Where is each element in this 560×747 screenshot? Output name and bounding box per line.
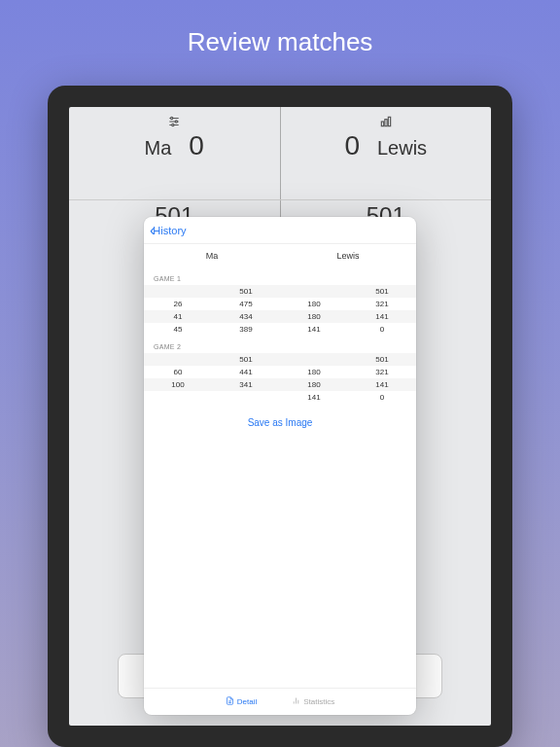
table-cell: 60	[144, 366, 212, 378]
table-cell: 141	[280, 323, 348, 336]
tab-detail-label: Detail	[237, 697, 257, 706]
modal-header-right: Lewis	[280, 251, 416, 261]
table-cell	[280, 353, 348, 366]
modal-header-row: Ma Lewis	[144, 244, 416, 267]
save-as-image-button[interactable]: Save as Image	[144, 404, 416, 442]
modal-header-left: Ma	[144, 251, 280, 261]
table-row: 60441180321	[144, 366, 416, 378]
table-cell: 180	[280, 366, 348, 378]
table-cell	[212, 391, 280, 404]
svg-rect-8	[388, 117, 390, 125]
table-cell: 501	[212, 353, 280, 366]
table-cell: 321	[348, 298, 416, 310]
modal-footer: Detail Statistics	[144, 688, 416, 715]
promo-title: Review matches	[0, 0, 560, 77]
svg-point-5	[172, 124, 174, 125]
table-cell: 434	[212, 310, 280, 323]
score-left-panel: Ma 0	[69, 107, 281, 199]
table-cell: 321	[348, 366, 416, 378]
table-cell	[144, 391, 212, 404]
table-row: 501501	[144, 285, 416, 298]
table-cell: 389	[212, 323, 280, 336]
table-cell: 26	[144, 298, 212, 310]
game-label: GAME 1	[144, 267, 416, 285]
modal-nav: ‹ History	[144, 217, 416, 244]
table-cell: 180	[280, 378, 348, 391]
table-cell: 141	[348, 378, 416, 391]
svg-point-4	[175, 121, 177, 123]
table-cell: 441	[212, 366, 280, 378]
table-cell: 41	[144, 310, 212, 323]
table-cell: 501	[348, 285, 416, 298]
table-cell: 501	[212, 285, 280, 298]
tab-stats-label: Statistics	[303, 697, 334, 706]
table-row: 26475180321	[144, 298, 416, 310]
table-cell: 475	[212, 298, 280, 310]
player-right-name: Lewis	[377, 137, 427, 160]
table-cell: 501	[348, 353, 416, 366]
table-cell: 180	[280, 298, 348, 310]
table-cell	[144, 353, 212, 366]
svg-rect-7	[385, 120, 387, 126]
tab-detail[interactable]: Detail	[226, 696, 257, 707]
game-label: GAME 2	[144, 336, 416, 353]
history-modal: ‹ History Ma Lewis GAME 1501501264751803…	[144, 217, 416, 715]
table-cell: 100	[144, 378, 212, 391]
svg-point-3	[171, 117, 173, 119]
games-container: GAME 15015012647518032141434180141453891…	[144, 267, 416, 404]
table-row: 453891410	[144, 323, 416, 336]
table-cell	[280, 285, 348, 298]
player-left-name: Ma	[145, 137, 172, 160]
table-cell: 141	[280, 391, 348, 404]
player-left-score: 0	[189, 130, 204, 161]
table-cell: 45	[144, 323, 212, 336]
tablet-screen: Ma 0 0 Lewis 501 501 0	[69, 107, 491, 726]
chart-icon	[292, 696, 300, 707]
table-row: 1410	[144, 391, 416, 404]
table-row: 41434180141	[144, 310, 416, 323]
score-right-panel: 0 Lewis	[281, 107, 492, 199]
score-header: Ma 0 0 Lewis	[69, 107, 491, 199]
table-row: 100341180141	[144, 378, 416, 391]
table-cell: 341	[212, 378, 280, 391]
table-cell: 180	[280, 310, 348, 323]
tablet-frame: Ma 0 0 Lewis 501 501 0	[48, 86, 512, 747]
table-row: 501501	[144, 353, 416, 366]
stats-icon[interactable]	[379, 115, 393, 128]
back-label: History	[153, 225, 186, 236]
table-cell	[144, 285, 212, 298]
table-cell: 141	[348, 310, 416, 323]
table-cell: 0	[348, 323, 416, 336]
settings-icon[interactable]	[167, 115, 181, 128]
svg-rect-6	[381, 122, 383, 126]
player-right-score: 0	[344, 130, 360, 161]
table-cell: 0	[348, 391, 416, 404]
back-button[interactable]: ‹ History	[150, 222, 187, 239]
tab-statistics[interactable]: Statistics	[292, 696, 334, 707]
document-icon	[226, 696, 234, 707]
